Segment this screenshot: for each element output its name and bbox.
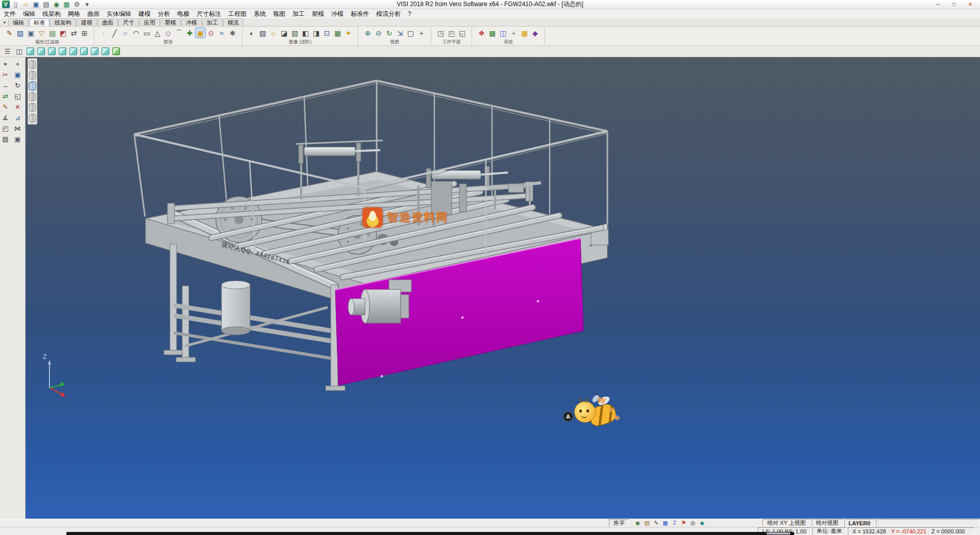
menu-item-4[interactable]: 网格 [64,9,84,18]
attr-swap-icon[interactable]: ⇄ [69,28,79,38]
move-icon[interactable]: ↔ [1,81,10,90]
menu-item-18[interactable]: 模流分析 [373,9,404,18]
measure-angle-icon[interactable]: ∡ [1,113,10,122]
tab-7[interactable]: 应用 [139,18,160,26]
workplane-side-icon[interactable]: ◱ [457,28,467,38]
menu-item-7[interactable]: 建模 [135,9,154,18]
menu-item-14[interactable]: 加工 [289,9,308,18]
close-button[interactable]: ✕ [963,1,978,8]
visi-logo[interactable]: V [2,1,10,8]
view-shaded-icon[interactable] [112,47,120,55]
render-half-icon[interactable]: ◐ [247,28,257,38]
view-list-icon[interactable]: ☰ [3,47,12,56]
wave-icon[interactable]: ≈ [217,28,227,38]
theme-icon[interactable]: ▤ [643,519,651,527]
menu-item-19[interactable]: ? [404,9,415,18]
circle-icon[interactable]: ○ [120,28,130,38]
save-icon[interactable]: ▣ [32,0,40,9]
point-icon[interactable]: ∙ [99,28,109,38]
tab-9[interactable]: 冲模 [181,18,202,26]
minimize-button[interactable]: ─ [930,1,945,8]
pan-view-icon[interactable]: + [416,28,426,38]
attr-copy-icon[interactable]: ▣ [26,28,36,38]
snap-icon[interactable]: + [13,60,22,68]
filter-edge-icon[interactable] [29,82,36,90]
snapshot-icon[interactable]: ◉ [52,0,61,9]
menu-item-16[interactable]: 冲模 [328,9,347,18]
annotate-icon[interactable]: ✎ [652,519,660,527]
menu-item-5[interactable]: 曲面 [84,9,103,18]
flag-icon[interactable]: ⚑ [680,519,688,527]
layer-segment[interactable]: LAYER0 [844,519,875,527]
hatch-dense-icon[interactable]: ▨ [290,28,300,38]
taskbar-clock-area[interactable] [767,532,790,534]
workplane-top-icon[interactable]: ◳ [436,28,446,38]
tab-4[interactable]: 建模 [77,18,97,26]
plane-icon[interactable]: ◰ [1,124,10,133]
menu-item-2[interactable]: 编辑 [19,9,39,18]
mascot-badge[interactable]: A [563,411,573,422]
tab-5[interactable]: 曲面 [97,18,118,26]
system-matrix-icon[interactable]: ▦ [520,28,529,38]
shaded-mode-icon[interactable]: ▣ [195,28,205,38]
capture-icon[interactable]: ◉ [634,519,642,527]
attr-edit-icon[interactable]: ✎ [5,28,14,38]
tab-3[interactable]: 线架构 [50,18,76,26]
tab-1[interactable]: 编辑 [8,18,29,26]
sparkle-icon[interactable]: ✦ [344,28,353,38]
zoom-in-icon[interactable]: ⊕ [363,28,373,38]
half-left-icon[interactable]: ◧ [301,28,310,38]
filter-face-icon[interactable] [29,71,36,80]
arc-icon[interactable]: ◠ [131,28,141,38]
attr-color-icon[interactable]: ◩ [58,28,68,38]
boxed-dot-icon[interactable]: ⊡ [322,28,332,38]
refresh-view-icon[interactable]: ↻ [384,28,394,38]
view-front-icon[interactable] [48,47,56,55]
add-geometry-icon[interactable]: ✚ [185,28,194,38]
copy-icon[interactable]: ▣ [13,70,22,79]
tab-10[interactable]: 加工 [202,18,223,26]
filter-body-icon[interactable] [29,92,36,101]
model-canvas[interactable] [26,57,980,519]
scale-icon[interactable]: ◱ [13,92,22,101]
workplane-front-icon[interactable]: ◰ [447,28,456,38]
filter-wire-icon[interactable] [29,103,36,112]
filter-solid-icon[interactable] [29,60,36,69]
zoom-out-icon[interactable]: ⊖ [374,28,383,38]
absolute-view-segment[interactable]: 绝对视图 [812,519,843,527]
view-bottom-icon[interactable] [91,47,99,55]
viewport-3d[interactable]: Z 设计人QQ: 444287436 智造资料网 A WwW [26,57,980,519]
open-file-icon[interactable]: ▱ [21,0,30,9]
tab-11[interactable]: 模流 [223,18,243,26]
center-icon[interactable]: ⊙ [206,28,216,38]
rotate-icon[interactable]: ↻ [13,81,22,90]
fit-view-icon[interactable]: ⇲ [395,28,405,38]
mirror-icon[interactable]: ⇄ [1,92,10,101]
menu-item-10[interactable]: 尺寸标注 [193,9,225,18]
maximize-button[interactable]: □ [946,1,962,8]
count-badge-icon[interactable]: 2 [671,519,678,527]
delete-icon[interactable]: ✕ [13,103,22,111]
attr-layers-icon[interactable]: ▤ [47,28,57,38]
menu-item-9[interactable]: 电极 [174,9,193,18]
light-icon[interactable]: ☼ [268,28,278,38]
menu-item-15[interactable]: 塑模 [308,9,328,18]
menu-item-1[interactable]: 文件 [0,9,19,18]
attr-filter-icon[interactable]: ▽ [37,28,46,38]
view-back-icon[interactable] [59,47,66,55]
grid-render-icon[interactable]: ▦ [333,28,342,38]
frame-view-icon[interactable]: ▢ [406,28,415,38]
view-left-icon[interactable] [69,47,77,55]
diamond-icon[interactable]: ◇ [163,28,173,38]
shade-corner-icon[interactable]: ◪ [279,28,289,38]
system-window-icon[interactable]: ◫ [498,28,508,38]
system-grid-icon[interactable]: ❖ [477,28,486,38]
system-pattern-icon[interactable]: ▩ [487,28,497,38]
new-file-icon[interactable]: ▯ [11,0,20,9]
menu-item-13[interactable]: 视图 [270,9,289,18]
quick-access-overflow-icon[interactable]: ▾ [83,0,91,9]
hatch-icon[interactable]: ▧ [258,28,267,38]
menu-item-17[interactable]: 标准件 [347,9,373,18]
print-icon[interactable]: ▤ [42,0,51,9]
tab-6[interactable]: 尺寸 [118,18,139,26]
